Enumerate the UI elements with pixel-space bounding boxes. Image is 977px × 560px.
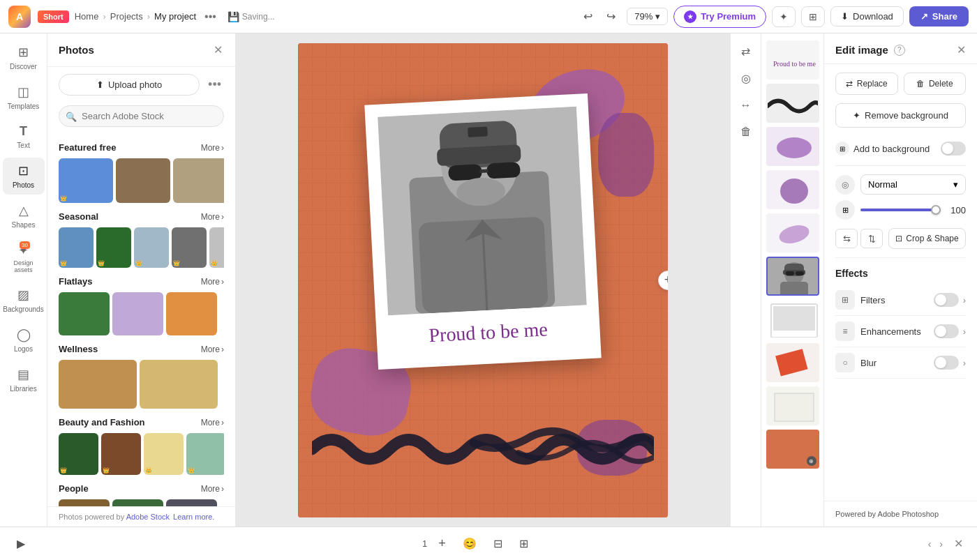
enhancements-expand-icon[interactable]: › [963, 326, 966, 337]
photo-thumb[interactable]: 👑 [59, 499, 110, 506]
sidebar-item-discover[interactable]: ⊞ Discover [3, 39, 45, 76]
magic-icon-button[interactable]: ✦ [772, 6, 796, 27]
layer-thumb-red-shape[interactable] [766, 343, 819, 382]
grid-view-bottom-button[interactable]: ⊞ [514, 533, 534, 554]
delete-button[interactable]: 🗑 Delete [904, 73, 967, 95]
learn-more-link[interactable]: Learn more. [173, 513, 214, 521]
undo-button[interactable]: ↩ [578, 6, 598, 27]
photo-thumb[interactable] [112, 292, 163, 335]
remove-background-button[interactable]: ✦ Remove background [835, 103, 966, 128]
enhancements-toggle[interactable] [934, 324, 959, 338]
panel-close-button[interactable]: ✕ [212, 42, 224, 58]
seasonal-more[interactable]: More › [201, 212, 224, 222]
redo-button[interactable]: ↪ [601, 6, 621, 27]
play-button[interactable]: ▶ [11, 533, 31, 554]
slider-thumb[interactable] [931, 205, 941, 215]
bottom-close-button[interactable]: ✕ [951, 534, 966, 553]
filters-expand-icon[interactable]: › [963, 295, 966, 305]
add-page-button[interactable]: + [433, 532, 452, 555]
try-premium-button[interactable]: ★ Try Premium [673, 6, 766, 28]
sidebar-item-templates[interactable]: ◫ Templates [3, 79, 45, 116]
breadcrumb-home[interactable]: Home [75, 11, 99, 22]
wellness-more[interactable]: More › [201, 345, 224, 354]
sidebar-item-design-assets[interactable]: ✦ 30 Design assets [3, 237, 45, 279]
layer-thumb-scribble[interactable] [766, 84, 819, 123]
featured-free-more[interactable]: More › [201, 143, 224, 153]
share-button[interactable]: ↗ Share [909, 6, 969, 27]
add-to-bg-toggle[interactable] [941, 142, 966, 156]
canvas-container[interactable]: Proud to be me + [298, 43, 668, 517]
people-more[interactable]: More › [201, 484, 224, 494]
prev-page-button[interactable]: ‹ [925, 536, 934, 552]
photo-thumb[interactable]: 👑 [59, 433, 98, 475]
photo-thumb[interactable]: 👑 [186, 433, 224, 475]
sidebar-item-libraries[interactable]: ▤ Libraries [3, 361, 45, 398]
photo-thumb[interactable] [166, 292, 217, 335]
photo-thumb[interactable]: 👑 [59, 158, 113, 203]
layer-thumb-purple-stroke2[interactable] [766, 170, 819, 209]
crop-tool-button[interactable]: ◎ [736, 66, 756, 91]
edit-panel-close-button[interactable]: ✕ [957, 43, 966, 56]
flatlays-more[interactable]: More › [201, 277, 224, 287]
sidebar-item-shapes[interactable]: △ Shapes [3, 197, 45, 234]
flip-horizontal-button[interactable]: ⇆ [835, 229, 858, 248]
photo-thumb[interactable]: 👑 [59, 227, 94, 268]
panel-header: Photos ✕ [47, 33, 235, 67]
help-icon[interactable]: ? [894, 45, 905, 56]
replace-button[interactable]: ⇄ Replace [835, 73, 898, 95]
photo-thumb[interactable]: 👑 [96, 227, 131, 268]
layer-thumb-paper[interactable] [766, 386, 819, 425]
more-options-button[interactable]: ••• [202, 8, 219, 26]
breadcrumb-projects[interactable]: Projects [110, 11, 143, 22]
blur-expand-icon[interactable]: › [963, 358, 966, 368]
photo-thumb[interactable]: 👑 [101, 433, 141, 475]
next-page-button[interactable]: › [937, 536, 946, 552]
blend-mode-select[interactable]: Normal ▾ [860, 174, 966, 195]
photo-thumb[interactable] [140, 360, 218, 409]
layer-thumb-frame[interactable] [766, 300, 819, 339]
present-button[interactable]: ⊟ [488, 533, 508, 554]
purple-blob-2 [598, 113, 654, 197]
breadcrumb-current[interactable]: My project [154, 11, 196, 22]
photo-thumb[interactable]: 👑 [166, 499, 217, 506]
photo-thumb[interactable] [173, 158, 224, 203]
photo-thumb[interactable] [59, 360, 137, 409]
sidebar-item-text[interactable]: T Text [3, 119, 45, 155]
opacity-slider[interactable] [860, 203, 941, 217]
layer-thumb-text-proud[interactable]: Proud to be me [766, 40, 819, 80]
panel-more-button[interactable]: ••• [205, 75, 224, 95]
polaroid-frame[interactable]: Proud to be me [364, 93, 601, 369]
layer-thumb-orange-bg[interactable]: ⊕ [766, 430, 819, 469]
photo-thumb[interactable]: 👑 [134, 227, 169, 268]
upload-photo-button[interactable]: ⬆ Upload photo [59, 74, 200, 96]
photo-thumb[interactable]: 👑 [172, 227, 207, 268]
photo-thumb[interactable] [116, 158, 170, 203]
beauty-fashion-more[interactable]: More › [201, 418, 224, 427]
zoom-control[interactable]: 79% ▾ [627, 8, 668, 25]
collage-canvas[interactable]: Proud to be me + [298, 43, 668, 517]
flip-vertical-button[interactable]: ⇅ [860, 229, 883, 248]
swap-icon-button[interactable]: ⇄ [736, 39, 756, 63]
sidebar-item-backgrounds[interactable]: ▨ Backgrounds [3, 282, 45, 319]
crop-shape-button[interactable]: ⊡ Crop & Shape [888, 228, 966, 249]
layer-thumb-photo-person[interactable] [766, 257, 819, 296]
photo-thumb[interactable]: 👑 [209, 227, 224, 268]
download-button[interactable]: ⬇ Download [830, 6, 904, 27]
grid-view-button[interactable]: ⊞ [801, 6, 825, 27]
photo-thumb[interactable]: 👑 [112, 499, 163, 506]
polaroid-photo[interactable] [378, 106, 587, 315]
powered-by-app: Adobe Photoshop [878, 510, 939, 518]
photo-thumb[interactable]: 👑 [144, 433, 184, 475]
layer-thumb-purple-stroke3[interactable] [766, 213, 819, 252]
search-input[interactable] [59, 105, 224, 127]
emoji-button[interactable]: 😊 [457, 533, 482, 554]
delete-element-button[interactable]: 🗑 [735, 120, 757, 144]
blur-toggle[interactable] [934, 356, 959, 370]
adobe-stock-link[interactable]: Adobe Stock [126, 513, 170, 521]
layer-thumb-purple-stroke1[interactable] [766, 127, 819, 166]
resize-button[interactable]: ↔ [735, 93, 757, 117]
filters-toggle[interactable] [934, 293, 959, 307]
photo-thumb[interactable] [59, 292, 110, 335]
sidebar-item-logos[interactable]: ◯ Logos [3, 321, 45, 358]
sidebar-item-photos[interactable]: ⊡ Photos [3, 158, 45, 195]
